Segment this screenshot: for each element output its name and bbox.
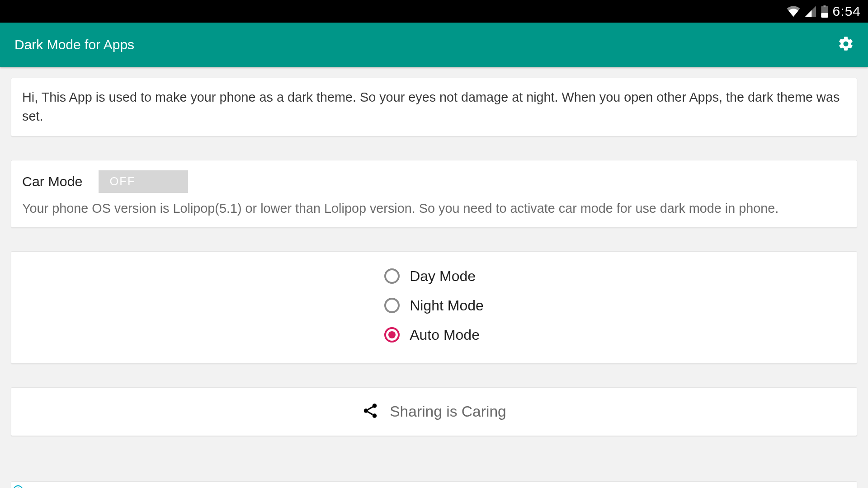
cell-signal-icon [805,6,816,17]
svg-point-5 [373,413,377,418]
battery-icon [821,5,828,18]
radio-label: Auto Mode [410,327,480,343]
intro-text: Hi, This App is used to make your phone … [22,88,846,126]
radio-icon [384,268,400,284]
mode-radio-group: Day Mode Night Mode Auto Mode [384,268,484,343]
page-title: Dark Mode for Apps [14,37,134,52]
radio-day-mode[interactable]: Day Mode [384,268,484,285]
radio-auto-mode[interactable]: Auto Mode [384,327,484,343]
radio-label: Day Mode [410,268,476,285]
share-label: Sharing is Caring [390,403,506,420]
car-mode-label: Car Mode [22,174,82,189]
svg-rect-1 [823,5,826,7]
car-mode-toggle-text: OFF [109,175,135,188]
car-mode-card: Car Mode OFF Your phone OS version is Lo… [11,160,857,228]
svg-rect-2 [821,13,828,18]
wifi-icon [787,6,800,17]
gear-icon [837,35,854,54]
share-icon [362,402,379,421]
android-status-bar: 6:54 [0,0,868,23]
radio-icon [384,327,400,343]
radio-label: Night Mode [410,297,484,314]
share-button[interactable]: Sharing is Caring [11,387,857,436]
svg-point-4 [364,408,368,413]
ad-badge: i ✕ [13,485,23,488]
status-clock: 6:54 [833,4,861,19]
ad-info-icon[interactable]: i [13,485,23,488]
ad-banner[interactable]: i ✕ Play rummy on RummyCulture Play Indi… [11,481,857,488]
car-mode-toggle[interactable]: OFF [99,170,188,193]
settings-button[interactable] [836,35,855,54]
page-content: Hi, This App is used to make your phone … [0,67,868,488]
app-toolbar: Dark Mode for Apps [0,23,868,67]
radio-night-mode[interactable]: Night Mode [384,297,484,314]
car-mode-description: Your phone OS version is Lolipop(5.1) or… [22,199,846,217]
mode-select-card: Day Mode Night Mode Auto Mode [11,251,857,364]
svg-point-3 [373,404,377,408]
intro-card: Hi, This App is used to make your phone … [11,78,857,136]
radio-icon [384,298,400,313]
